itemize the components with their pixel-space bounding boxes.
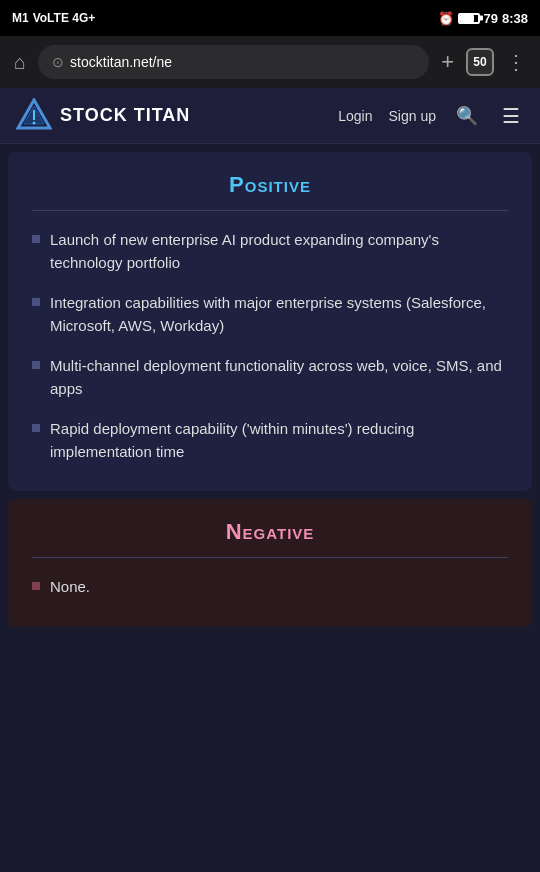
list-item: Integration capabilities with major ente…	[32, 292, 508, 337]
search-icon[interactable]: 🔍	[452, 101, 482, 131]
battery-level: 79	[484, 11, 498, 26]
negative-section: Negative None.	[8, 499, 532, 627]
negative-divider	[32, 557, 508, 558]
address-bar: ⌂ ⊙ stocktitan.net/ne + 50 ⋮	[0, 36, 540, 88]
nav-bar: STOCK TITAN Login Sign up 🔍 ☰	[0, 88, 540, 144]
battery-icon	[458, 13, 480, 24]
new-tab-button[interactable]: +	[437, 45, 458, 79]
list-item: Multi-channel deployment functionality a…	[32, 355, 508, 400]
bullet-icon	[32, 235, 40, 243]
positive-list: Launch of new enterprise AI product expa…	[32, 229, 508, 463]
bullet-icon	[32, 582, 40, 590]
url-text: stocktitan.net/ne	[70, 54, 172, 70]
logo-icon	[16, 98, 52, 134]
signup-link[interactable]: Sign up	[389, 108, 436, 124]
home-button[interactable]: ⌂	[10, 47, 30, 78]
logo-container: STOCK TITAN	[16, 98, 338, 134]
alarm-icon: ⏰	[438, 11, 454, 26]
positive-item-1: Launch of new enterprise AI product expa…	[50, 229, 508, 274]
bullet-icon	[32, 424, 40, 432]
nav-links: Login Sign up 🔍 ☰	[338, 100, 524, 132]
list-item: None.	[32, 576, 508, 599]
positive-divider	[32, 210, 508, 211]
positive-item-2: Integration capabilities with major ente…	[50, 292, 508, 337]
positive-title: Positive	[32, 172, 508, 198]
positive-item-3: Multi-channel deployment functionality a…	[50, 355, 508, 400]
hamburger-menu-icon[interactable]: ☰	[498, 100, 524, 132]
list-item: Rapid deployment capability ('within min…	[32, 418, 508, 463]
status-right: ⏰ 79 8:38	[438, 11, 529, 26]
bullet-icon	[32, 298, 40, 306]
browser-menu-button[interactable]: ⋮	[502, 46, 530, 78]
bullet-icon	[32, 361, 40, 369]
list-item: Launch of new enterprise AI product expa…	[32, 229, 508, 274]
main-content: Positive Launch of new enterprise AI pro…	[0, 152, 540, 627]
time-label: 8:38	[502, 11, 528, 26]
status-left: M1 VoLTE 4G+	[12, 11, 95, 25]
tab-count-button[interactable]: 50	[466, 48, 494, 76]
negative-list: None.	[32, 576, 508, 599]
network-type-label: VoLTE 4G+	[33, 11, 96, 25]
url-security-icon: ⊙	[52, 54, 64, 70]
svg-point-3	[33, 121, 36, 124]
positive-section: Positive Launch of new enterprise AI pro…	[8, 152, 532, 491]
battery-fill	[460, 15, 474, 22]
url-bar[interactable]: ⊙ stocktitan.net/ne	[38, 45, 429, 79]
status-bar: M1 VoLTE 4G+ ⏰ 79 8:38	[0, 0, 540, 36]
positive-item-4: Rapid deployment capability ('within min…	[50, 418, 508, 463]
login-link[interactable]: Login	[338, 108, 372, 124]
logo-text: STOCK TITAN	[60, 105, 190, 126]
negative-title: Negative	[32, 519, 508, 545]
negative-item-1: None.	[50, 576, 90, 599]
carrier-label: M1	[12, 11, 29, 25]
